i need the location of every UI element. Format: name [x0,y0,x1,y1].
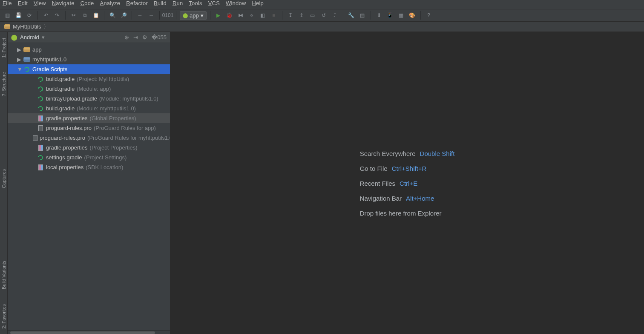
menu-build[interactable]: Build [154,0,167,6]
tree-item[interactable]: build.gradle (Module: myhttputils1.0) [8,104,170,113]
theme-button[interactable]: 🎨 [408,11,417,20]
tree-item[interactable]: gradle.properties (Global Properties) [8,113,170,123]
tree-item-label: myhttputils1.0 [32,56,66,63]
tool-window-tab[interactable]: Build Variants [1,257,6,293]
breadcrumb-project[interactable]: MyHttpUtils [13,23,41,30]
tree-item[interactable]: gradle.properties (Project Properties) [8,143,170,153]
tool-window-tab[interactable]: Captures [1,166,6,192]
open-icon: ▥ [5,12,10,18]
vcs-revert-button[interactable]: ↺ [319,11,328,20]
profile-button[interactable]: ⧓ [236,11,245,20]
replace-button[interactable]: 🔎 [119,11,128,20]
find-button[interactable]: 🔍 [108,11,117,20]
tool-window-tab[interactable]: 2: Favorites [1,301,6,332]
layout-icon: ▦ [399,12,403,18]
tip-label: Recent Files [360,180,395,187]
save-button[interactable]: 💾 [14,11,23,20]
settings-button[interactable]: 🔧 [347,11,356,20]
tree-item-qualifier: (Global Properties) [90,115,136,121]
menu-edit[interactable]: Edit [18,0,28,6]
project-view-selector[interactable]: Android [20,34,39,40]
undo-icon: ↶ [44,12,48,18]
redo-button[interactable]: ↷ [52,11,62,20]
menu-file[interactable]: File [3,0,12,6]
vcs-revert-icon: ↺ [322,12,326,18]
help-button[interactable]: ? [424,11,434,20]
tree-item[interactable]: bintrayUpload.gradle (Module: myhttputil… [8,94,170,104]
tool-window-tab[interactable]: 7: Structure [1,69,6,100]
expand-arrow-icon[interactable]: ▼ [17,66,21,72]
tree-item[interactable]: proguard-rules.pro (ProGuard Rules for m… [8,133,170,143]
stop-button[interactable]: ■ [269,11,279,20]
avd-button[interactable]: 📱 [385,11,395,20]
tree-item[interactable]: local.properties (SDK Location) [8,162,170,172]
layout-button[interactable]: ▦ [397,11,406,20]
menu-analyze[interactable]: Analyze [100,0,121,6]
tree-item[interactable]: build.gradle (Module: app) [8,84,170,94]
binary-button[interactable]: 0101 [163,11,172,20]
open-button[interactable]: ▥ [3,11,12,20]
coverage-button[interactable]: ◧ [258,11,267,20]
chevron-down-icon[interactable]: ▾ [42,34,45,40]
forward-button[interactable]: → [147,11,156,20]
menu-window[interactable]: Window [226,0,246,6]
menu-tools[interactable]: Tools [189,0,202,6]
tree-item-qualifier: (Project Properties) [90,144,138,151]
tree-item-label: bintrayUpload.gradle [46,95,97,102]
tree-item[interactable]: settings.gradle (Project Settings) [8,153,170,162]
tree-item-qualifier: (ProGuard Rules for myhttputils1.0) [87,135,170,141]
tree-item[interactable]: ▼Gradle Scripts [8,64,170,74]
attach-button[interactable]: ⎆ [247,11,256,20]
menu-run[interactable]: Run [172,0,183,6]
undo-button[interactable]: ↶ [41,11,51,20]
vcs-commit-icon: ↥ [299,12,304,18]
target-icon[interactable]: ⊕ [124,34,129,40]
tree-item[interactable]: ▶app [8,45,170,55]
hide-icon[interactable]: �055 [152,34,167,40]
tree-item-label: proguard-rules.pro [46,125,92,131]
vcs-history-button[interactable]: ▭ [308,11,317,20]
tool-window-tab[interactable]: 1: Project [1,35,6,61]
collapse-icon[interactable]: ⇥ [133,34,138,40]
structure-button[interactable]: ▤ [358,11,367,20]
menu-navigate[interactable]: Navigate [52,0,75,6]
folder-icon [23,47,30,52]
vcs-push-button[interactable]: ⤴ [330,11,339,20]
project-view-header: ⬤ Android ▾ ⊕ ⇥ ⚙ �055 [8,32,170,43]
expand-arrow-icon[interactable]: ▶ [17,56,21,63]
paste-button[interactable]: 📋 [91,11,101,20]
tree-item[interactable]: ▶myhttputils1.0 [8,55,170,64]
sdk-button[interactable]: ⬇ [374,11,384,20]
vcs-commit-button[interactable]: ↥ [297,11,306,20]
project-tree[interactable]: ▶app▶myhttputils1.0▼Gradle Scriptsbuild.… [8,43,170,330]
horizontal-scrollbar[interactable] [8,330,170,334]
tree-item[interactable]: proguard-rules.pro (ProGuard Rules for a… [8,123,170,133]
menu-view[interactable]: View [34,0,46,6]
gear-icon[interactable]: ⚙ [142,34,147,40]
run-button[interactable]: ▶ [214,11,223,20]
cut-button[interactable]: ✂ [69,11,78,20]
menu-refactor[interactable]: Refactor [126,0,148,6]
tree-item[interactable]: build.gradle (Project: MyHttpUtils) [8,74,170,84]
find-icon: 🔍 [109,12,116,18]
run-config-selector[interactable]: ⬤app▾ [180,11,207,20]
menu-help[interactable]: Help [252,0,264,6]
back-button[interactable]: ← [135,11,145,20]
expand-arrow-icon[interactable]: ▶ [17,46,21,53]
vcs-update-button[interactable]: ↧ [286,11,295,20]
gradle-icon [37,86,44,92]
sync-button[interactable]: ⟳ [25,11,34,20]
tree-item-qualifier: (Module: myhttputils1.0) [77,105,136,112]
coverage-icon: ◧ [260,12,265,18]
avd-icon: 📱 [387,12,393,18]
project-tool-window: ⬤ Android ▾ ⊕ ⇥ ⚙ �055 ▶app▶myhttputils1… [8,32,170,334]
menu-vcs[interactable]: VCS [208,0,220,6]
editor-tip: Search EverywhereDouble Shift [360,150,455,157]
debug-button[interactable]: 🐞 [225,11,234,20]
structure-icon: ▤ [360,12,365,18]
menu-code[interactable]: Code [80,0,94,6]
tip-shortcut: Ctrl+Shift+R [392,165,427,172]
folder-icon [23,57,30,62]
copy-button[interactable]: ⧉ [80,11,89,20]
editor-tip: Drop files here from Explorer [360,210,442,217]
